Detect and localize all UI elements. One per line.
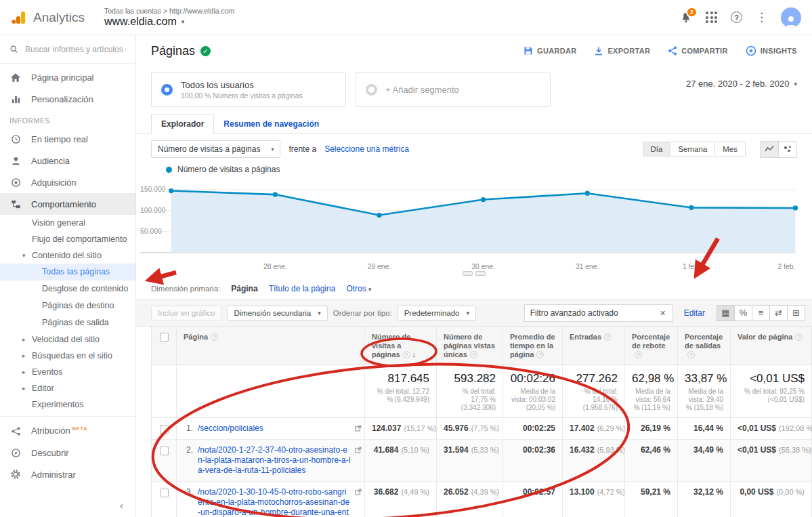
comparison-view-icon: ⇄	[775, 308, 782, 318]
sidebar-item-content-drilldown[interactable]: Desglose de contenido	[0, 281, 135, 297]
table-view-button[interactable]: ▦	[717, 305, 735, 321]
sidebar-item-discover[interactable]: Descubrir	[0, 442, 135, 463]
sidebar-item-events[interactable]: ▸ Eventos	[0, 364, 135, 380]
sidebar-item-behavior-overview[interactable]: Visión general	[0, 215, 135, 231]
advanced-filter-box[interactable]: Filtro avanzado activado ×	[524, 304, 673, 322]
series-dot-icon	[166, 167, 172, 173]
row-checkbox[interactable]	[152, 418, 176, 439]
page-link[interactable]: /nota/2020-1-30-10-45-0-otro-robo-sangri…	[198, 487, 351, 517]
line-chart-view-button[interactable]	[760, 141, 779, 158]
page-link[interactable]: /nota/2020-1-27-2-37-40-otro-asesinato-e…	[198, 445, 351, 476]
avatar[interactable]	[781, 7, 801, 28]
cell-exit-rate: 34,49 %	[677, 440, 730, 481]
sidebar-item-site-speed[interactable]: ▸ Velocidad del sitio	[0, 331, 135, 348]
help-icon: ?	[470, 351, 477, 358]
header-page-value[interactable]: Valor de página?	[730, 327, 811, 365]
secondary-dimension-button[interactable]: Dimensión secundaria ▾	[227, 306, 327, 320]
share-button[interactable]: COMPARTIR	[668, 46, 728, 56]
segment-all-users[interactable]: Todos los usuarios 100,00 % Número de vi…	[151, 72, 346, 107]
help-icon: ?	[604, 333, 612, 341]
notifications-button[interactable]: 2	[680, 12, 692, 24]
sort-type-selector[interactable]: Predeterminado ▾	[398, 306, 476, 320]
external-link-icon[interactable]	[355, 446, 362, 455]
header-avg-time[interactable]: Promedio de tiempo en la página?	[503, 327, 562, 365]
external-link-icon[interactable]	[355, 488, 362, 497]
help-icon: ?	[403, 351, 410, 358]
edit-filter-link[interactable]: Editar	[684, 308, 705, 318]
sidebar-item-behavior-flow[interactable]: Flujo del comportamiento	[0, 231, 135, 247]
header-pageviews[interactable]: Número de visitas a páginas?↓	[364, 327, 436, 365]
export-button[interactable]: EXPORTAR	[594, 46, 650, 56]
sidebar-item-home[interactable]: Página principal	[0, 66, 135, 88]
plot-rows-button[interactable]: Incluir en gráfico	[151, 306, 221, 320]
sidebar-item-customization[interactable]: Personalización	[0, 88, 135, 110]
row-checkbox[interactable]	[152, 482, 176, 517]
comparison-view-button[interactable]: ⇄	[769, 305, 788, 321]
granularity-day-button[interactable]: Día	[643, 142, 671, 157]
sidebar-item-experiments[interactable]: Experimentos	[0, 396, 135, 413]
header-exit-rate[interactable]: Porcentaje de salidas?	[677, 327, 730, 365]
granularity-month-button[interactable]: Mes	[714, 142, 746, 157]
select-metric-link[interactable]: Seleccione una métrica	[324, 144, 409, 154]
sidebar-item-label: Administrar	[31, 470, 76, 480]
sidebar-item-all-pages[interactable]: Todas las páginas	[0, 264, 135, 281]
sidebar-item-publisher[interactable]: ▸ Editor	[0, 380, 135, 396]
more-options-button[interactable]: ⋮	[756, 12, 767, 23]
tab-explorer[interactable]: Explorador	[151, 114, 214, 134]
external-link-icon[interactable]	[355, 424, 362, 434]
header-bounce-rate[interactable]: Porcentaje de rebote?	[624, 327, 677, 365]
granularity-week-button[interactable]: Semana	[670, 142, 715, 157]
timeline-handle[interactable]	[475, 271, 486, 276]
property-selector[interactable]: www.eldia.com ▾	[104, 16, 234, 28]
timeline-scrubber	[136, 270, 812, 278]
metric-selector[interactable]: Número de visitas a páginas ▾	[151, 140, 280, 158]
performance-view-button[interactable]: ≡	[752, 305, 770, 321]
sidebar-item-site-search[interactable]: ▸ Búsquedas en el sitio	[0, 348, 135, 364]
sidebar-item-audience[interactable]: Audiencia	[0, 150, 135, 171]
sidebar-item-admin[interactable]: Administrar	[0, 463, 135, 485]
sidebar-item-realtime[interactable]: En tiempo real	[0, 128, 135, 150]
chevron-down-icon: ▾	[794, 81, 797, 87]
insights-button[interactable]: INSIGHTS	[746, 45, 797, 56]
pivot-view-button[interactable]: ⊞	[787, 305, 805, 321]
select-all-checkbox[interactable]	[152, 327, 176, 365]
search-input[interactable]	[25, 45, 126, 54]
sidebar-item-acquisition[interactable]: Adquisición	[0, 171, 135, 193]
timeline-handle[interactable]	[463, 271, 473, 276]
help-button[interactable]: ?	[731, 12, 742, 23]
dimension-page[interactable]: Página	[231, 284, 257, 293]
dimension-page-title[interactable]: Título de la página	[269, 284, 336, 293]
sidebar-section-informes: INFORMES	[0, 110, 135, 128]
motion-chart-icon	[783, 145, 792, 153]
row-checkbox[interactable]	[152, 440, 176, 481]
percentage-view-button[interactable]: %	[734, 305, 752, 321]
apps-grid-button[interactable]	[706, 12, 717, 23]
sidebar-collapse-button[interactable]: ‹	[0, 493, 135, 517]
page-link[interactable]: /seccion/policiales	[198, 423, 263, 434]
chevron-down-icon: ▾	[318, 310, 321, 316]
sidebar-item-site-content[interactable]: ▾ Contenido del sitio	[0, 247, 135, 264]
close-icon[interactable]: ×	[658, 308, 666, 318]
cell-unique-pageviews: 26.052(4,39 %)	[436, 482, 503, 517]
header-page[interactable]: Página?	[176, 327, 364, 365]
summary-entrances: 277.262 % del total: 14,16 % (1.958.576)	[562, 365, 624, 417]
sidebar-item-attribution[interactable]: AtribuciónBETA	[0, 420, 135, 442]
header-unique-pageviews[interactable]: Número de páginas vistas únicas?	[436, 327, 503, 365]
analytics-logo[interactable]: Analytics	[11, 9, 98, 26]
header-entrances[interactable]: Entradas?	[562, 327, 624, 365]
date-range-selector[interactable]: 27 ene. 2020 - 2 feb. 2020 ▾	[686, 72, 797, 89]
sidebar-item-behavior[interactable]: Comportamiento	[0, 193, 135, 215]
dimension-more[interactable]: Otros ▾	[346, 284, 371, 293]
save-button[interactable]: GUARDAR	[523, 46, 576, 56]
sidebar-item-label: Adquisición	[31, 178, 77, 188]
help-icon: ?	[536, 351, 544, 358]
tab-navigation-summary[interactable]: Resumen de navegación	[214, 115, 328, 133]
add-segment-button[interactable]: + Añadir segmento	[356, 72, 551, 107]
sidebar-search[interactable]	[0, 35, 135, 64]
sidebar-item-landing-pages[interactable]: Páginas de destino	[0, 297, 135, 314]
sidebar-item-exit-pages[interactable]: Páginas de salida	[0, 314, 135, 331]
motion-chart-view-button[interactable]	[778, 141, 797, 158]
customization-icon	[9, 94, 22, 104]
clock-icon	[9, 134, 22, 144]
svg-text:30 ene.: 30 ene.	[471, 263, 495, 270]
